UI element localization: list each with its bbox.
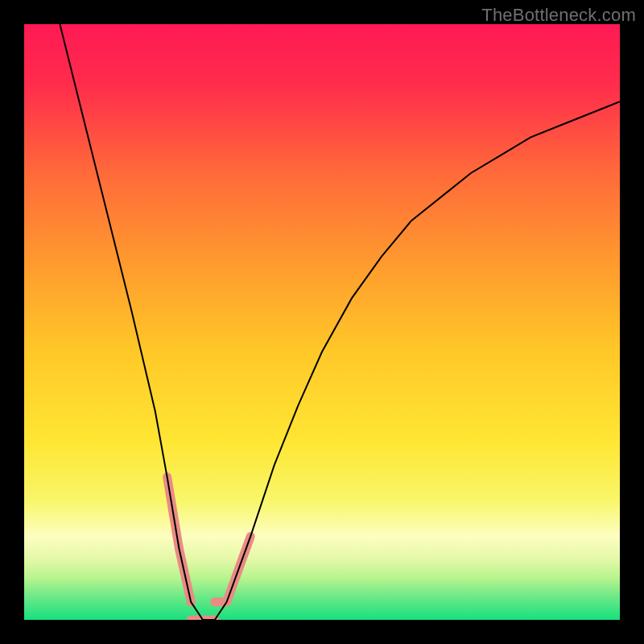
- attribution-label: TheBottleneck.com: [481, 5, 636, 26]
- gradient-background: [24, 24, 620, 620]
- chart-frame: TheBottleneck.com: [0, 0, 644, 644]
- bottleneck-chart: [24, 24, 620, 620]
